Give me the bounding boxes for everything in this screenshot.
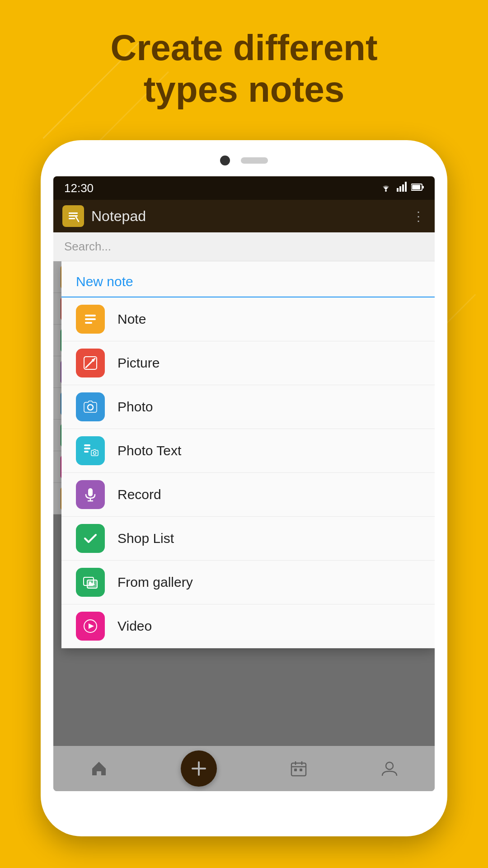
signal-icon xyxy=(397,182,407,194)
photo-text-icon xyxy=(76,436,105,465)
note-label: Note xyxy=(117,311,146,327)
svg-rect-21 xyxy=(84,448,90,449)
svg-rect-22 xyxy=(84,451,89,453)
svg-rect-13 xyxy=(85,315,96,316)
dialog-item-record[interactable]: Record xyxy=(61,473,435,517)
wifi-icon xyxy=(380,182,392,194)
picture-label: Picture xyxy=(117,355,160,371)
photo-text-label: Photo Text xyxy=(117,443,181,458)
search-bar[interactable]: Search... xyxy=(53,232,435,261)
phone-mockup: 12:30 xyxy=(41,140,447,836)
shoplist-icon xyxy=(76,524,105,553)
heading-line2: types notes xyxy=(144,69,345,109)
phone-screen: 12:30 xyxy=(53,176,435,791)
scrollable-area: 19 19 19 xyxy=(53,261,435,791)
note-icon xyxy=(76,305,105,334)
svg-point-29 xyxy=(89,581,91,583)
svg-marker-31 xyxy=(89,623,94,629)
video-label: Video xyxy=(117,618,152,634)
app-logo xyxy=(62,205,84,227)
dialog-item-photo-text[interactable]: Photo Text xyxy=(61,429,435,473)
heading-line1: Create different xyxy=(110,28,377,68)
svg-rect-2 xyxy=(399,186,401,192)
gallery-icon xyxy=(76,568,105,597)
svg-point-18 xyxy=(92,359,94,362)
svg-rect-15 xyxy=(85,322,92,324)
gallery-label: From gallery xyxy=(117,575,193,590)
battery-icon xyxy=(411,182,424,194)
svg-rect-3 xyxy=(402,184,404,192)
dialog-item-photo[interactable]: Photo xyxy=(61,385,435,429)
screen-content: 12:30 xyxy=(53,176,435,791)
picture-icon xyxy=(76,349,105,377)
svg-point-0 xyxy=(385,190,387,192)
svg-rect-4 xyxy=(405,182,407,192)
svg-point-19 xyxy=(88,405,93,410)
dialog-header: New note xyxy=(61,261,435,297)
status-bar: 12:30 xyxy=(53,176,435,200)
phone-speaker xyxy=(241,157,268,164)
phone-camera xyxy=(220,156,230,165)
app-toolbar: Notepad ⋮ xyxy=(53,200,435,232)
dialog-item-shoplist[interactable]: Shop List xyxy=(61,517,435,561)
svg-rect-7 xyxy=(422,186,424,189)
shoplist-label: Shop List xyxy=(117,531,174,546)
new-note-dialog: New note Note xyxy=(61,261,435,648)
status-time: 12:30 xyxy=(64,181,94,195)
svg-rect-9 xyxy=(69,212,78,214)
menu-icon[interactable]: ⋮ xyxy=(412,209,426,224)
dialog-item-picture[interactable]: Picture xyxy=(61,341,435,385)
app-title: Notepad xyxy=(91,208,405,225)
svg-rect-11 xyxy=(69,218,75,219)
status-icons xyxy=(380,182,424,194)
svg-rect-20 xyxy=(84,444,90,446)
heading-area: Create different types notes xyxy=(0,27,488,110)
dialog-item-video[interactable]: Video xyxy=(61,604,435,648)
phone-top-bar xyxy=(41,140,447,181)
dialog-item-gallery[interactable]: From gallery xyxy=(61,561,435,604)
svg-point-23 xyxy=(94,452,96,454)
svg-rect-24 xyxy=(88,488,93,496)
record-icon xyxy=(76,480,105,509)
record-label: Record xyxy=(117,487,161,502)
video-icon xyxy=(76,612,105,641)
photo-label: Photo xyxy=(117,399,153,415)
svg-rect-1 xyxy=(397,188,399,192)
heading-text: Create different types notes xyxy=(0,27,488,110)
svg-rect-14 xyxy=(85,318,96,320)
svg-rect-10 xyxy=(69,215,78,217)
svg-rect-6 xyxy=(412,185,420,189)
dialog-item-note[interactable]: Note xyxy=(61,297,435,341)
dialog-title: New note xyxy=(76,274,133,289)
photo-icon xyxy=(76,392,105,421)
search-placeholder: Search... xyxy=(64,240,111,254)
